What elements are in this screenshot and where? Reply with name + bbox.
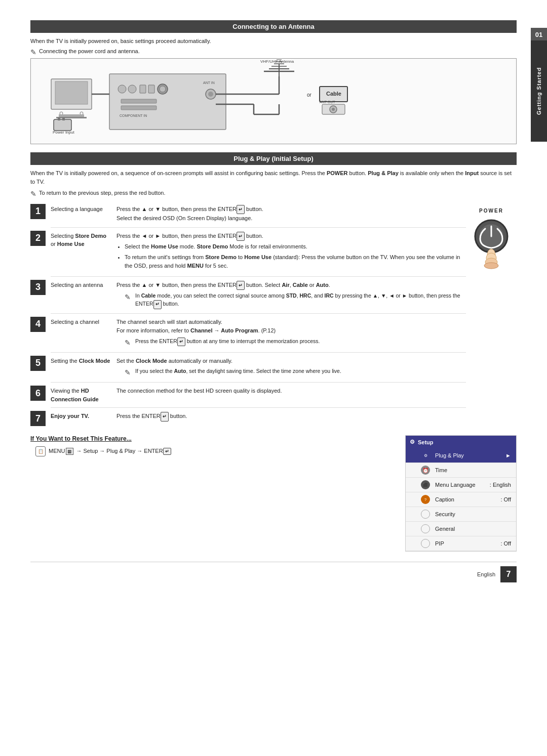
setup-menu-item-time: ⏰ Time (406, 463, 516, 478)
setup-menu-item-plug-play: ⚙ Plug & Play ► (406, 448, 516, 463)
svg-text:ANT OUT: ANT OUT (320, 100, 335, 104)
power-button-svg (471, 214, 512, 269)
general-label: General (435, 526, 455, 532)
svg-rect-4 (59, 114, 84, 117)
section1-header: Connecting to an Antenna (30, 20, 517, 33)
step-row-3: 3 Selecting an antenna Press the ▲ or ▼ … (30, 279, 466, 309)
step-desc-3: Press the ▲ or ▼ button, then press the … (116, 279, 466, 309)
menulang-label: Menu Language (435, 482, 476, 488)
antenna-diagram: COMPONENT IN ANT IN or (30, 58, 517, 144)
pencil-icon-5: ✎ (125, 367, 131, 378)
plug-play-arrow: ► (505, 452, 511, 458)
reset-section: If You Want to Reset This Feature... 📋 M… (30, 435, 517, 552)
step-number-3: 3 (30, 280, 46, 295)
svg-text:COMPONENT IN: COMPONENT IN (120, 114, 147, 117)
step-desc-1: Press the ▲ or ▼ button, then press the … (116, 203, 466, 223)
step-desc-6: The connection method for the best HD sc… (116, 385, 466, 396)
step-label-7: Enjoy your TV. (51, 410, 116, 421)
plug-play-label: Plug & Play (435, 452, 464, 458)
svg-rect-7 (58, 117, 60, 120)
security-icon (421, 510, 430, 519)
svg-rect-12 (140, 85, 146, 93)
reset-title: If You Want to Reset This Feature... (30, 435, 395, 442)
step-label-1: Selecting a language (51, 203, 116, 214)
step-divider-4 (51, 352, 466, 353)
step-number-4: 4 (30, 317, 46, 332)
pip-icon (421, 539, 430, 548)
svg-point-20 (208, 92, 213, 97)
svg-rect-6 (54, 119, 71, 131)
footer-page: 7 (500, 566, 517, 582)
setup-header-label: Setup (418, 439, 434, 445)
step-divider-2 (51, 276, 466, 277)
reset-left: If You Want to Reset This Feature... 📋 M… (30, 435, 395, 456)
svg-rect-13 (148, 85, 154, 93)
step-number-1: 1 (30, 204, 46, 219)
step-divider-1 (51, 227, 466, 228)
svg-point-41 (332, 108, 335, 111)
section2-intro: When the TV is initially powered on, a s… (30, 169, 517, 187)
pencil-icon-4: ✎ (125, 338, 131, 348)
caption-icon: ? (421, 495, 430, 504)
svg-rect-8 (62, 117, 65, 120)
step-row-7: 7 Enjoy your TV. Press the ENTER↵ button… (30, 410, 466, 426)
setup-menu-item-pip: PIP : Off (406, 536, 516, 551)
power-label: POWER (479, 208, 503, 214)
step-desc-4: The channel search will start automatica… (116, 316, 466, 348)
svg-text:VHF/UHF Antenna: VHF/UHF Antenna (260, 59, 294, 64)
general-icon (421, 524, 430, 533)
setup-menu-item-general: General (406, 522, 516, 536)
setup-menu-header: ⚙ Setup (406, 436, 516, 448)
caption-label: Caption (435, 496, 454, 502)
step-divider-6 (51, 407, 466, 408)
step-desc-5: Set the Clock Mode automatically or manu… (116, 355, 466, 379)
section2-note: To return to the previous step, press th… (39, 190, 165, 196)
step-row-1: 1 Selecting a language Press the ▲ or ▼ … (30, 203, 466, 223)
setup-menu: ⚙ Setup ⚙ Plug & Play ► ⏰ Time ⬛ Menu La… (405, 435, 517, 552)
step-divider-5 (51, 382, 466, 383)
pencil-icon-3: ✎ (125, 292, 131, 303)
svg-point-11 (128, 85, 136, 93)
pip-label: PIP (435, 540, 444, 547)
section1-intro: When the TV is initially powered on, bas… (30, 37, 517, 46)
svg-point-15 (160, 86, 166, 92)
power-side: POWER (466, 203, 517, 431)
pencil-icon-2: ✎ (30, 190, 36, 198)
step-row-2: 2 Selecting Store Demoor Home Use Press … (30, 230, 466, 272)
reset-cmd-icon: 📋 (35, 446, 46, 456)
plug-play-icon: ⚙ (421, 451, 430, 460)
step-number-2: 2 (30, 231, 46, 246)
caption-value: : Off (500, 496, 511, 502)
svg-text:Power Input: Power Input (53, 130, 74, 135)
step-row-6: 6 Viewing the HD Connection Guide The co… (30, 385, 466, 403)
menulang-icon: ⬛ (421, 480, 430, 489)
pip-value: : Off (500, 540, 511, 547)
section1-note: Connecting the power cord and antenna. (39, 48, 140, 54)
svg-text:ANT IN: ANT IN (203, 81, 215, 85)
page-footer: English 7 (30, 562, 517, 582)
section1-note-line: ✎ Connecting the power cord and antenna. (30, 48, 517, 56)
footer-lang: English (477, 571, 495, 577)
svg-point-10 (118, 85, 126, 93)
step-number-6: 6 (30, 386, 46, 401)
svg-point-50 (484, 263, 498, 269)
svg-text:Cable: Cable (326, 91, 341, 97)
side-tab-number: 01 (531, 28, 547, 41)
section2-header: Plug & Play (Initial Setup) (30, 152, 517, 165)
setup-menu-item-security: Security (406, 507, 516, 522)
setup-header-icon: ⚙ (410, 439, 415, 445)
step-label-2: Selecting Store Demoor Home Use (51, 230, 116, 248)
svg-rect-1 (55, 81, 88, 104)
section2-note-line: ✎ To return to the previous step, press … (30, 190, 517, 198)
setup-menu-item-caption: ? Caption : Off (406, 492, 516, 507)
svg-text:or: or (307, 92, 312, 98)
time-label: Time (435, 467, 447, 473)
page-wrapper: 01 Getting Started Connecting to an Ante… (0, 0, 547, 603)
reset-cmd-text: MENU▦ → Setup → Plug & Play → ENTER↵ (49, 448, 171, 455)
menulang-value: : English (490, 482, 511, 488)
step-label-5: Setting the Clock Mode (51, 355, 116, 365)
svg-rect-16 (121, 99, 157, 103)
svg-rect-17 (121, 106, 157, 110)
diagram-svg: COMPONENT IN ANT IN or (31, 59, 516, 144)
step-divider-3 (51, 313, 466, 314)
